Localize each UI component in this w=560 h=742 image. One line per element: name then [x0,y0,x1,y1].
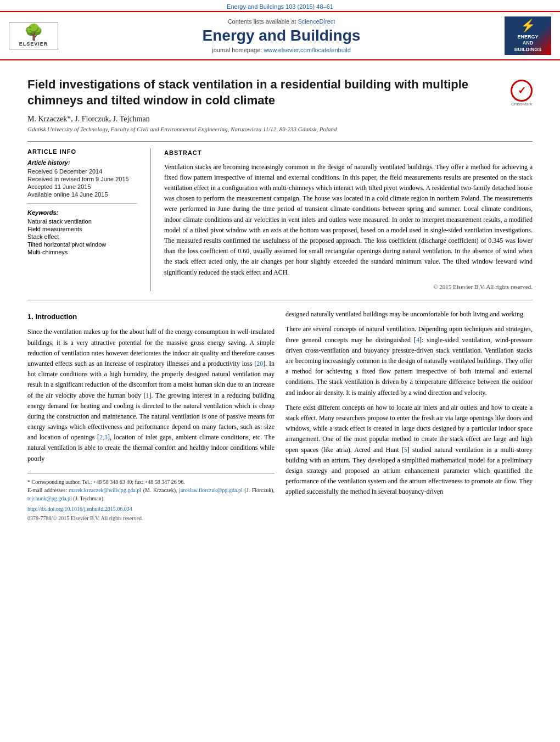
info-divider [27,203,137,204]
issn-line: 0378-7788/© 2015 Elsevier B.V. All right… [27,514,275,523]
sciencedirect-link[interactable]: ScienceDirect [298,18,335,25]
citation-bar: Energy and Buildings 103 (2015) 48–61 [0,0,560,11]
body-columns: 1. Introduction Since the ventilation ma… [27,309,533,523]
email-addresses: E-mail addresses: marek.krzaczek@wilis.p… [27,486,275,503]
email3-link[interactable]: tejchunk@pg.gda.pl [27,495,72,501]
body-col-right: designed naturally ventilated buildings … [285,309,533,523]
kw5: Multi-chimneys [27,249,137,255]
ref-20[interactable]: 20 [256,360,263,367]
article-info-panel: ARTICLE INFO Article history: Received 6… [27,148,137,291]
authors-line: M. Krzaczek*, J. Florczuk, J. Tejchman [27,115,533,124]
ref-1[interactable]: 1 [146,392,149,399]
doi-line[interactable]: http://dx.doi.org/10.1016/j.enbuild.2015… [27,505,275,514]
journal-logo-box: ⚡ ENERGYANDBUILDINGS [505,16,551,55]
page-wrapper: Energy and Buildings 103 (2015) 48–61 🌳 … [0,0,560,534]
contents-line: Contents lists available at ScienceDirec… [64,18,499,25]
elsevier-label: ELSEVIER [19,41,48,47]
email1-link[interactable]: marek.krzaczek@wilis.pg.gda.pl [69,487,141,493]
journal-header: 🌳 ELSEVIER Contents lists available at S… [0,11,560,60]
kw4: Tilted horizontal pivot window [27,241,137,248]
elsevier-tree-icon: 🌳 [24,25,43,40]
kw2: Field measurements [27,226,137,232]
abstract-text: Ventilation stacks are becoming increasi… [164,162,533,278]
ref-4[interactable]: 4 [416,336,419,344]
kw1: Natural stack ventilation [27,218,137,225]
journal-logo-right: ⚡ ENERGYANDBUILDINGS [505,16,551,55]
email2-link[interactable]: jaroslaw.florczuk@pg.gda.pl [179,487,242,493]
journal-title: Energy and Buildings [64,27,499,44]
received1: Received 6 December 2014 [27,168,137,175]
accepted: Accepted 11 June 2015 [27,183,137,190]
homepage-line: journal homepage: www.elsevier.com/locat… [64,47,499,53]
section1-col2-p2: There are several concepts of natural ve… [285,324,533,398]
section1-col1-p1: Since the ventilation makes up for the a… [27,327,275,464]
ref-23[interactable]: 2,3 [99,433,108,441]
crossmark-badge: ✓ CrossMark [511,80,533,102]
abstract-heading: ABSTRACT [164,148,533,158]
history-label: Article history: [27,159,137,166]
available-online: Available online 14 June 2015 [27,191,137,198]
keywords-section: Keywords: Natural stack ventilation Fiel… [27,209,137,255]
section1-heading: 1. Introduction [27,311,275,322]
section1-col2-p3: There exist different concepts on how to… [285,403,533,498]
body-col-left: 1. Introduction Since the ventilation ma… [27,309,275,523]
kw3: Stack effect [27,233,137,240]
section1-col2-p1: designed naturally ventilated buildings … [285,309,533,320]
article-info-abstract: ARTICLE INFO Article history: Received 6… [27,141,533,291]
logo-text: ENERGYANDBUILDINGS [508,34,548,53]
keywords-label: Keywords: [27,209,137,216]
received2: Received in revised form 9 June 2015 [27,176,137,182]
homepage-url[interactable]: www.elsevier.com/locate/enbuild [264,47,350,53]
corresponding-author: * Corresponding author. Tel.: +48 58 348… [27,478,275,486]
article-title: Field investigations of stack ventilatio… [27,77,533,108]
journal-center: Contents lists available at ScienceDirec… [64,18,499,53]
footnote-section: * Corresponding author. Tel.: +48 58 348… [27,473,275,523]
vertical-divider [150,148,151,291]
section-divider [27,300,533,300]
ref-5[interactable]: 5 [404,446,407,454]
affiliation-line: Gdańsk University of Technology, Faculty… [27,126,533,132]
abstract-panel: ABSTRACT Ventilation stacks are becoming… [164,148,533,291]
article-info-heading: ARTICLE INFO [27,148,137,155]
article-content: ✓ CrossMark Field investigations of stac… [0,60,560,534]
copyright-line: © 2015 Elsevier B.V. All rights reserved… [164,282,533,292]
title-area: ✓ CrossMark Field investigations of stac… [27,77,533,108]
elsevier-logo: 🌳 ELSEVIER [9,22,58,49]
crossmark-icon: ✓ [511,80,533,102]
citation-text: Energy and Buildings 103 (2015) 48–61 [227,3,333,10]
